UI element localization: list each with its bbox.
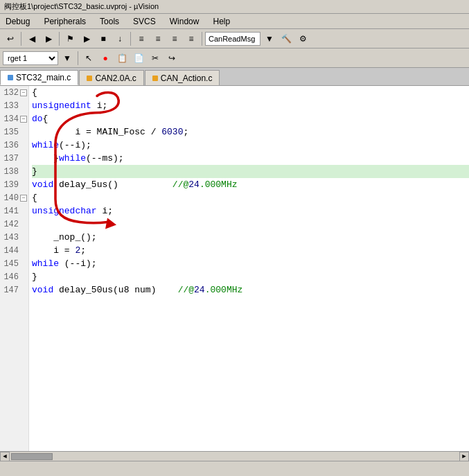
- code-line-147[interactable]: void delay_50us(u8 num) //@24.000MHz: [32, 283, 469, 297]
- step-button[interactable]: ↓: [112, 31, 127, 46]
- line-number-139: 139: [0, 178, 28, 191]
- title-text: 阀控板1\project\STC32_basic.uvproj - µVisio…: [4, 1, 159, 12]
- redo-btn[interactable]: ↪: [164, 51, 179, 66]
- cut-btn[interactable]: ✂: [148, 51, 163, 66]
- tab-label-stc32main: STC32_main.c: [16, 73, 71, 82]
- align-right-button[interactable]: ≡: [167, 31, 182, 46]
- line-number-140: 140−: [0, 191, 28, 204]
- tab-dot-can20a: [87, 76, 92, 81]
- code-container: 132−133134−135136137138139140−1411421431…: [0, 86, 469, 451]
- code-line-145[interactable]: while (--i);: [32, 257, 469, 270]
- code-line-141[interactable]: unsigned char i;: [32, 204, 469, 218]
- dropdown-btn[interactable]: ▼: [262, 31, 277, 46]
- code-line-133[interactable]: unsigned int i;: [32, 99, 469, 112]
- line-number-143: 143: [0, 231, 28, 244]
- scroll-track-h[interactable]: [11, 453, 458, 460]
- line-number-136: 136: [0, 139, 28, 152]
- code-line-138[interactable]: }: [32, 165, 469, 178]
- separator: [21, 32, 21, 46]
- code-lines: { unsigned int i; do{ i = MAIN_Fosc / 60…: [29, 86, 469, 451]
- tab-stc32main[interactable]: STC32_main.c: [0, 70, 78, 85]
- code-editor[interactable]: 132−133134−135136137138139140−1411421431…: [0, 86, 469, 451]
- code-line-146[interactable]: }: [32, 270, 469, 283]
- back-button[interactable]: ◀: [24, 31, 39, 46]
- line-number-135: 135: [0, 125, 28, 139]
- line-number-142: 142: [0, 218, 28, 231]
- scroll-thumb-h[interactable]: [11, 453, 53, 460]
- separator2: [78, 51, 78, 65]
- build-button[interactable]: 🔨: [278, 31, 294, 46]
- separator: [59, 32, 60, 46]
- target-dropdown-btn[interactable]: ▼: [60, 51, 75, 66]
- code-line-140[interactable]: {: [32, 191, 469, 204]
- code-line-144[interactable]: i = 2;: [32, 244, 469, 257]
- tab-canaction[interactable]: CAN_Action.c: [145, 70, 220, 85]
- line-number-144: 144: [0, 244, 28, 257]
- tab-dot-canaction: [152, 76, 158, 81]
- code-line-134[interactable]: do{: [32, 112, 469, 125]
- scroll-right-btn[interactable]: ▶: [459, 452, 469, 461]
- tab-can20a[interactable]: CAN2.0A.c: [79, 70, 143, 85]
- fold-btn-140[interactable]: −: [20, 195, 27, 202]
- flag-button[interactable]: ⚑: [62, 31, 78, 46]
- line-number-146: 146: [0, 270, 28, 283]
- code-line-135[interactable]: i = MAIN_Fosc / 6030;: [32, 125, 469, 139]
- breakpoint-btn[interactable]: ●: [98, 51, 113, 66]
- line-numbers: 132−133134−135136137138139140−1411421431…: [0, 86, 29, 451]
- code-line-136[interactable]: while(--i);: [32, 139, 469, 152]
- code-line-143[interactable]: _nop_();: [32, 231, 469, 244]
- menu-svcs[interactable]: SVCS: [130, 16, 159, 27]
- undo-button[interactable]: ↩: [3, 31, 18, 46]
- fold-btn-134[interactable]: −: [20, 116, 27, 123]
- line-number-138: 138: [0, 165, 28, 178]
- status-bar: [0, 461, 469, 476]
- scroll-left-btn[interactable]: ◀: [0, 452, 10, 461]
- tabs-bar: STC32_main.c CAN2.0A.c CAN_Action.c: [0, 68, 469, 86]
- line-number-137: 137: [0, 152, 28, 165]
- separator: [130, 32, 131, 46]
- menu-bar: Debug Peripherals Tools SVCS Window Help: [0, 14, 469, 29]
- tab-dot-stc32main: [8, 75, 13, 80]
- menu-debug[interactable]: Debug: [3, 16, 33, 27]
- code-line-132[interactable]: {: [32, 86, 469, 99]
- scrollbar-horizontal[interactable]: ◀ ▶: [0, 451, 469, 461]
- line-number-133: 133: [0, 99, 28, 112]
- align-justify-button[interactable]: ≡: [184, 31, 199, 46]
- menu-help[interactable]: Help: [210, 16, 233, 27]
- canreadmsg-field: CanReadMsg: [205, 32, 260, 46]
- line-number-147: 147: [0, 283, 28, 297]
- line-number-145: 145: [0, 257, 28, 270]
- paste-btn[interactable]: 📄: [131, 51, 146, 66]
- code-line-142[interactable]: [32, 218, 469, 231]
- fold-btn-132[interactable]: −: [20, 89, 27, 96]
- toolbar-row1: ↩ ◀ ▶ ⚑ ▶ ■ ↓ ≡ ≡ ≡ ≡ CanReadMsg ▼ 🔨 ⚙: [0, 29, 469, 49]
- separator: [202, 32, 202, 46]
- tab-label-canaction: CAN_Action.c: [161, 73, 213, 83]
- align-left-button[interactable]: ≡: [134, 31, 149, 46]
- forward-button[interactable]: ▶: [41, 31, 56, 46]
- code-line-139[interactable]: void delay_5us() //@24.000MHz: [32, 178, 469, 191]
- align-center-button[interactable]: ≡: [150, 31, 166, 46]
- code-line-137[interactable]: }while(--ms);: [32, 152, 469, 165]
- line-number-141: 141: [0, 204, 28, 218]
- copy-btn[interactable]: 📋: [114, 51, 130, 66]
- settings-button[interactable]: ⚙: [295, 31, 310, 46]
- line-number-134: 134−: [0, 112, 28, 125]
- menu-tools[interactable]: Tools: [97, 16, 122, 27]
- menu-window[interactable]: Window: [167, 16, 202, 27]
- app-window: 阀控板1\project\STC32_basic.uvproj - µVisio…: [0, 0, 469, 476]
- cursor-btn[interactable]: ↖: [81, 51, 96, 66]
- title-bar: 阀控板1\project\STC32_basic.uvproj - µVisio…: [0, 0, 469, 14]
- line-number-132: 132−: [0, 86, 28, 99]
- target-select[interactable]: rget 1: [3, 51, 58, 65]
- tab-label-can20a: CAN2.0A.c: [95, 73, 136, 83]
- toolbar-row2: rget 1 ▼ ↖ ● 📋 📄 ✂ ↪: [0, 49, 469, 68]
- run-button[interactable]: ▶: [79, 31, 94, 46]
- stop-button[interactable]: ■: [96, 31, 111, 46]
- menu-peripherals[interactable]: Peripherals: [41, 16, 89, 27]
